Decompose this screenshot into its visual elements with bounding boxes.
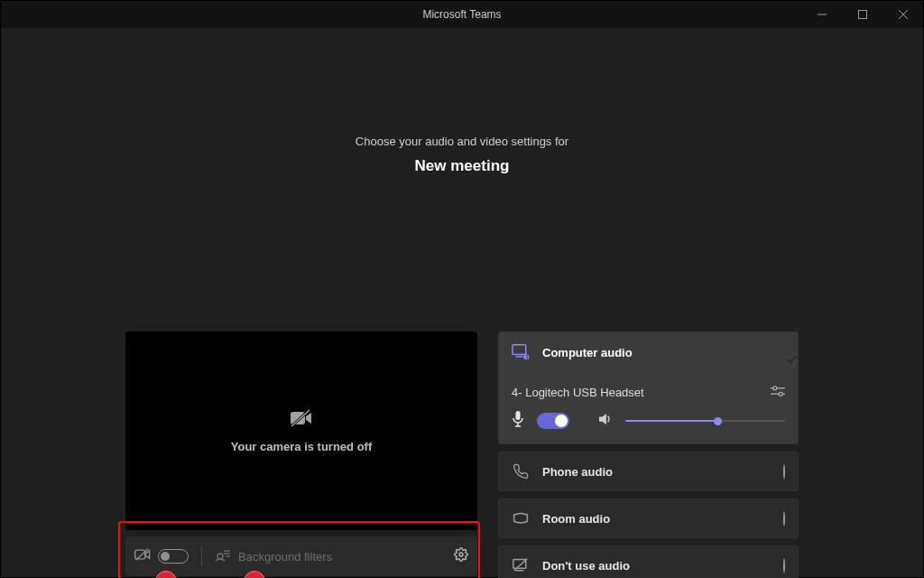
phone-audio-label: Phone audio bbox=[542, 465, 613, 479]
no-audio-label: Don't use audio bbox=[542, 559, 630, 573]
background-filters-button[interactable]: Background filters bbox=[215, 549, 454, 564]
meeting-heading: Choose your audio and video settings for… bbox=[1, 135, 923, 175]
camera-icon bbox=[134, 548, 151, 564]
svg-point-14 bbox=[773, 387, 777, 390]
svg-point-16 bbox=[779, 392, 782, 396]
background-filters-icon bbox=[215, 549, 231, 564]
microphone-toggle[interactable] bbox=[537, 413, 569, 429]
computer-audio-header: Computer audio bbox=[499, 332, 798, 372]
computer-audio-label: Computer audio bbox=[542, 346, 633, 359]
content-area: Choose your audio and video settings for… bbox=[1, 135, 923, 175]
radio-unselected-icon bbox=[783, 465, 785, 479]
titlebar: Microsoft Teams bbox=[1, 1, 923, 28]
svg-rect-4 bbox=[135, 550, 145, 559]
room-audio-icon bbox=[512, 512, 530, 525]
audio-column: Computer audio 4- Logitech USB Headset bbox=[498, 331, 799, 578]
video-column: Your camera is turned off bbox=[125, 331, 477, 578]
heading-subtitle: Choose your audio and video settings for bbox=[1, 135, 923, 148]
svg-point-10 bbox=[459, 553, 463, 556]
audio-controls-row bbox=[512, 411, 785, 431]
panels-row: Your camera is turned off bbox=[125, 331, 800, 578]
camera-toggle[interactable] bbox=[158, 549, 189, 564]
computer-audio-card[interactable]: Computer audio 4- Logitech USB Headset bbox=[498, 331, 799, 444]
room-audio-option[interactable]: Room audio bbox=[498, 499, 799, 538]
audio-device-row[interactable]: 4- Logitech USB Headset bbox=[512, 372, 785, 411]
radio-unselected-icon bbox=[783, 512, 785, 526]
svg-rect-11 bbox=[513, 345, 526, 355]
svg-rect-17 bbox=[516, 411, 521, 420]
phone-audio-option[interactable]: Phone audio bbox=[498, 452, 799, 491]
app-title: Microsoft Teams bbox=[422, 8, 501, 21]
computer-audio-icon bbox=[512, 344, 530, 360]
minimize-button[interactable] bbox=[801, 1, 842, 28]
video-preview: Your camera is turned off bbox=[125, 331, 477, 530]
camera-off-icon bbox=[290, 409, 313, 440]
speaker-icon bbox=[598, 413, 613, 429]
background-filters-label: Background filters bbox=[238, 550, 332, 564]
microphone-icon bbox=[512, 411, 524, 431]
maximize-button[interactable] bbox=[842, 1, 882, 28]
audio-device-settings-icon[interactable] bbox=[771, 385, 785, 400]
device-settings-button[interactable] bbox=[454, 547, 468, 565]
window-buttons bbox=[801, 1, 923, 28]
svg-point-6 bbox=[217, 554, 223, 559]
svg-rect-0 bbox=[858, 11, 866, 19]
svg-rect-20 bbox=[513, 559, 526, 568]
radio-unselected-icon bbox=[783, 559, 785, 573]
separator bbox=[201, 546, 202, 566]
close-button[interactable] bbox=[882, 1, 923, 28]
audio-device-name: 4- Logitech USB Headset bbox=[512, 386, 644, 399]
video-controls-bar: Background filters bbox=[125, 536, 477, 576]
no-audio-option[interactable]: Don't use audio bbox=[498, 545, 799, 578]
computer-audio-body: 4- Logitech USB Headset bbox=[499, 372, 798, 443]
svg-rect-1 bbox=[291, 412, 305, 424]
room-audio-label: Room audio bbox=[542, 512, 610, 526]
camera-off-message: Your camera is turned off bbox=[231, 440, 373, 453]
app-window: Microsoft Teams Choose your audio and vi… bbox=[0, 0, 924, 578]
phone-icon bbox=[512, 463, 530, 480]
volume-slider[interactable] bbox=[625, 415, 785, 427]
no-audio-icon bbox=[512, 558, 530, 573]
heading-title: New meeting bbox=[1, 157, 923, 175]
